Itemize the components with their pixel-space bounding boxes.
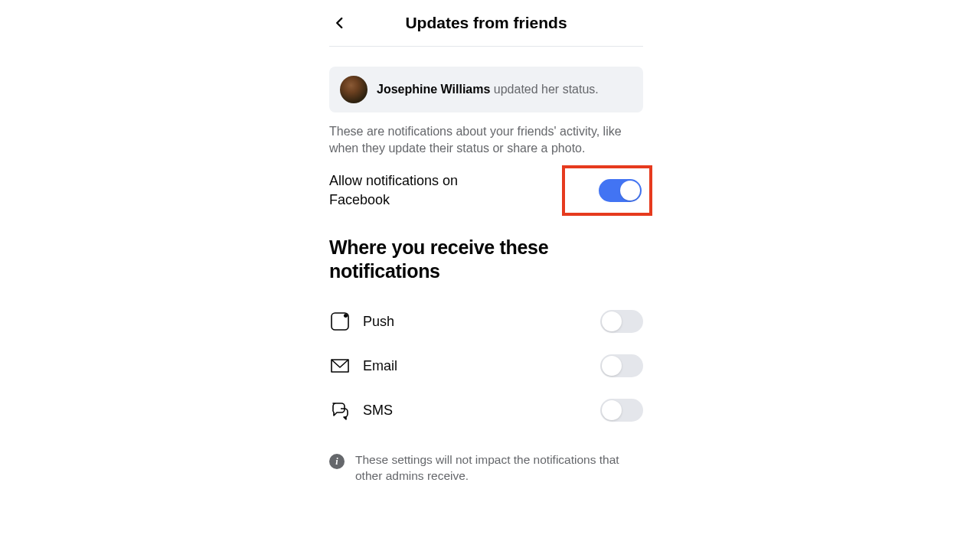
channel-label: Push [363,314,588,330]
sms-toggle[interactable] [600,399,643,422]
settings-page: Updates from friends Josephine Williams … [329,0,643,484]
avatar [340,76,368,103]
push-toggle[interactable] [600,310,643,333]
example-action-text: updated her status. [490,83,598,96]
chevron-left-icon [333,16,347,30]
highlight-annotation [562,165,652,216]
allow-notifications-row: Allow notifications on Facebook [329,171,643,216]
channel-row-push: Push [329,299,643,344]
section-heading: Where you receive these notifications [329,236,574,282]
toggle-knob [620,181,640,201]
example-user-name: Josephine Williams [377,83,490,96]
svg-point-1 [344,315,347,318]
admin-note-row: i These settings will not impact the not… [329,452,643,484]
toggle-knob [602,400,622,420]
back-button[interactable] [331,14,349,32]
channel-row-sms: SMS [329,388,643,432]
admin-note-text: These settings will not impact the notif… [355,452,643,484]
allow-notifications-toggle[interactable] [599,179,642,202]
notification-example-card: Josephine Williams updated her status. [329,67,643,112]
sms-icon [329,399,351,421]
channel-label: SMS [363,403,588,419]
toggle-knob [602,311,622,331]
allow-notifications-label: Allow notifications on Facebook [329,171,498,210]
toggle-knob [602,356,622,376]
email-toggle[interactable] [600,354,643,377]
header: Updates from friends [329,14,643,47]
push-icon [329,311,351,332]
info-icon: i [329,454,345,469]
email-icon [329,355,351,377]
page-title: Updates from friends [405,14,567,32]
channel-row-email: Email [329,344,643,388]
notification-example-text: Josephine Williams updated her status. [377,82,599,98]
description-text: These are notifications about your frien… [329,123,643,156]
channel-list: Push Email S [329,299,643,432]
channel-label: Email [363,358,588,374]
